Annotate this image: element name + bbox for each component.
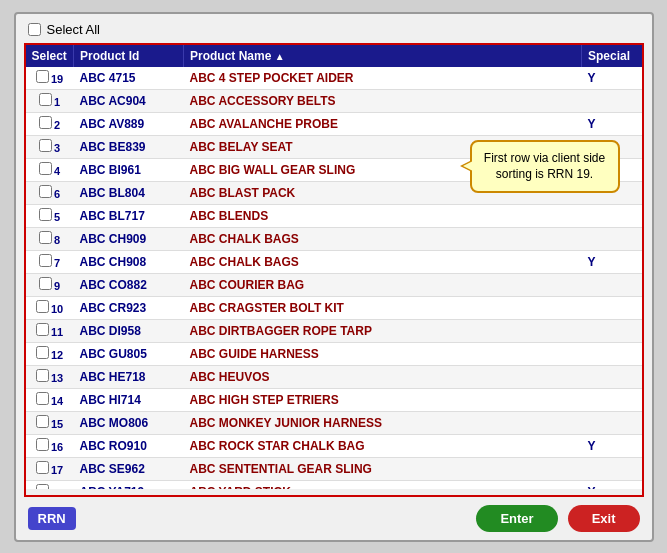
row-checkbox[interactable] — [39, 116, 52, 129]
row-product-id: ABC BE839 — [74, 135, 184, 158]
row-rrn: 11 — [51, 326, 63, 338]
row-special — [582, 227, 642, 250]
row-checkbox[interactable] — [36, 415, 49, 428]
row-special: Y — [582, 250, 642, 273]
col-header-select[interactable]: Select — [26, 45, 74, 67]
select-all-label: Select All — [47, 22, 100, 37]
row-checkbox-cell: 14 — [26, 388, 74, 411]
col-header-product-name[interactable]: Product Name ▲ — [184, 45, 582, 67]
row-product-id: ABC CO882 — [74, 273, 184, 296]
row-product-name: ABC AVALANCHE PROBE — [184, 112, 582, 135]
row-checkbox[interactable] — [39, 277, 52, 290]
select-all-checkbox[interactable] — [28, 23, 41, 36]
exit-button[interactable]: Exit — [568, 505, 640, 532]
row-special — [582, 388, 642, 411]
sort-arrow-icon: ▲ — [275, 51, 285, 62]
row-product-id: ABC CH909 — [74, 227, 184, 250]
table-container: Select Product Id Product Name ▲ Special — [24, 43, 644, 497]
tooltip-bubble: First row via client side sorting is RRN… — [470, 140, 620, 194]
enter-button[interactable]: Enter — [476, 505, 557, 532]
row-checkbox[interactable] — [39, 208, 52, 221]
row-checkbox[interactable] — [36, 369, 49, 382]
tooltip-text: First row via client side sorting is RRN… — [484, 151, 605, 182]
row-product-id: ABC RO910 — [74, 434, 184, 457]
row-product-id: ABC HI714 — [74, 388, 184, 411]
table-row: 8ABC CH909ABC CHALK BAGS — [26, 227, 642, 250]
row-checkbox[interactable] — [36, 438, 49, 451]
col-header-special[interactable]: Special — [582, 45, 642, 67]
row-product-id: ABC AV889 — [74, 112, 184, 135]
row-checkbox[interactable] — [36, 392, 49, 405]
row-product-name: ABC CHALK BAGS — [184, 250, 582, 273]
product-table: Select Product Id Product Name ▲ Special — [26, 45, 642, 67]
row-product-name: ABC ACCESSORY BELTS — [184, 89, 582, 112]
row-product-name: ABC CHALK BAGS — [184, 227, 582, 250]
row-rrn: 6 — [54, 188, 60, 200]
rrn-button[interactable]: RRN — [28, 507, 76, 530]
row-special — [582, 411, 642, 434]
row-product-id: ABC CH908 — [74, 250, 184, 273]
row-rrn: 19 — [51, 73, 63, 85]
table-row: 7ABC CH908ABC CHALK BAGSY — [26, 250, 642, 273]
row-product-name: ABC SENTENTIAL GEAR SLING — [184, 457, 582, 480]
row-checkbox[interactable] — [36, 300, 49, 313]
row-product-id: ABC BL717 — [74, 204, 184, 227]
select-all-row: Select All — [24, 22, 644, 37]
row-rrn: 2 — [54, 119, 60, 131]
row-checkbox-cell: 4 — [26, 158, 74, 181]
row-rrn: 5 — [54, 211, 60, 223]
row-special — [582, 342, 642, 365]
row-checkbox-cell: 10 — [26, 296, 74, 319]
row-rrn: 12 — [51, 349, 63, 361]
row-checkbox[interactable] — [39, 185, 52, 198]
row-special — [582, 319, 642, 342]
row-product-id: ABC 4715 — [74, 67, 184, 90]
main-window: Select All Select Product Id Product Nam… — [14, 12, 654, 542]
row-rrn: 4 — [54, 165, 60, 177]
row-rrn: 16 — [51, 441, 63, 453]
row-checkbox[interactable] — [39, 254, 52, 267]
row-checkbox[interactable] — [36, 323, 49, 336]
row-checkbox[interactable] — [39, 93, 52, 106]
row-product-id: ABC AC904 — [74, 89, 184, 112]
row-special — [582, 204, 642, 227]
row-special: Y — [582, 112, 642, 135]
col-header-product-id[interactable]: Product Id — [74, 45, 184, 67]
row-checkbox[interactable] — [36, 70, 49, 83]
table-row: 1ABC AC904ABC ACCESSORY BELTS — [26, 89, 642, 112]
table-row: 11ABC DI958ABC DIRTBAGGER ROPE TARP — [26, 319, 642, 342]
row-checkbox[interactable] — [36, 484, 49, 489]
row-special — [582, 296, 642, 319]
row-checkbox-cell: 12 — [26, 342, 74, 365]
row-checkbox[interactable] — [39, 231, 52, 244]
row-product-name: ABC ROCK STAR CHALK BAG — [184, 434, 582, 457]
row-checkbox[interactable] — [39, 139, 52, 152]
row-checkbox-cell: 15 — [26, 411, 74, 434]
row-checkbox-cell: 6 — [26, 181, 74, 204]
row-checkbox-cell: 16 — [26, 434, 74, 457]
row-special: Y — [582, 480, 642, 489]
row-product-name: ABC MONKEY JUNIOR HARNESS — [184, 411, 582, 434]
row-checkbox[interactable] — [36, 346, 49, 359]
row-checkbox[interactable] — [36, 461, 49, 474]
row-checkbox-cell: 17 — [26, 457, 74, 480]
table-row: 2ABC AV889ABC AVALANCHE PROBEY — [26, 112, 642, 135]
row-product-name: ABC BLENDS — [184, 204, 582, 227]
row-checkbox-cell: 3 — [26, 135, 74, 158]
table-row: 5ABC BL717ABC BLENDS — [26, 204, 642, 227]
table-row: 12ABC GU805ABC GUIDE HARNESS — [26, 342, 642, 365]
row-checkbox-cell: 9 — [26, 273, 74, 296]
row-checkbox[interactable] — [39, 162, 52, 175]
row-checkbox-cell: 7 — [26, 250, 74, 273]
footer: RRN Enter Exit — [24, 505, 644, 532]
row-special — [582, 457, 642, 480]
row-rrn: 9 — [54, 280, 60, 292]
row-product-id: ABC CR923 — [74, 296, 184, 319]
table-row: 15ABC MO806ABC MONKEY JUNIOR HARNESS — [26, 411, 642, 434]
row-product-id: ABC GU805 — [74, 342, 184, 365]
table-row: 16ABC RO910ABC ROCK STAR CHALK BAGY — [26, 434, 642, 457]
row-product-id: ABC BL804 — [74, 181, 184, 204]
row-checkbox-cell: 13 — [26, 365, 74, 388]
table-row: 18ABC YA719ABC YARD STICKY — [26, 480, 642, 489]
table-scroll-area[interactable]: 19ABC 4715ABC 4 STEP POCKET AIDERY1ABC A… — [26, 67, 642, 489]
